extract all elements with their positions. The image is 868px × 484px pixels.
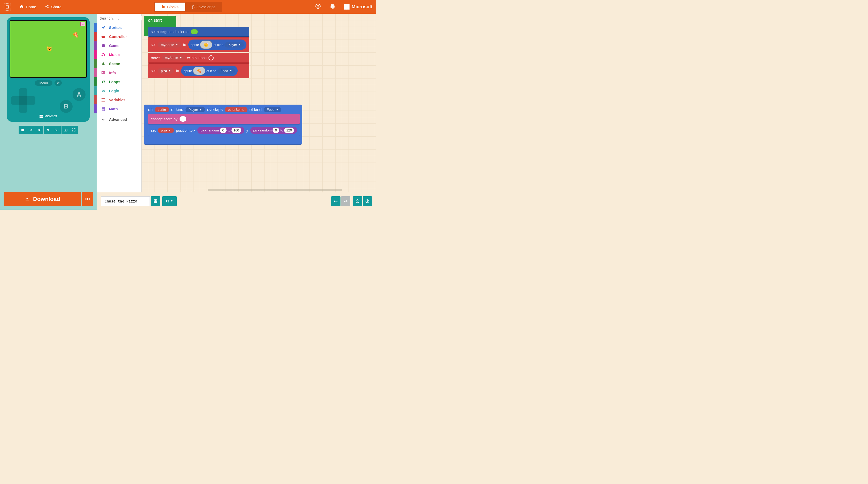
param-sprite[interactable]: sprite — [155, 107, 169, 112]
score-value[interactable]: 1 — [180, 116, 186, 122]
set-piza-block[interactable]: set piza▼ to sprite 🍕 of kind Food▼ — [148, 63, 249, 78]
help-icon[interactable] — [315, 3, 321, 10]
svg-rect-31 — [154, 201, 157, 203]
home-icon — [20, 4, 24, 9]
pick-random-x[interactable]: pick random 0 to 160 — [197, 127, 244, 134]
braces-icon: {} — [192, 5, 194, 9]
category-music[interactable]: Music — [97, 50, 141, 59]
app-logo[interactable] — [4, 3, 11, 10]
download-button[interactable]: Download — [4, 192, 82, 206]
category-variables[interactable]: Variables — [97, 95, 141, 104]
list-icon — [101, 98, 105, 101]
param-othersprite[interactable]: otherSprite — [225, 107, 247, 112]
editor-tabs: Blocks {} JavaScript — [154, 2, 222, 12]
workspace-scrollbar[interactable] — [208, 189, 342, 191]
mute-icon[interactable] — [44, 128, 53, 131]
simulator-controls — [4, 126, 93, 134]
set-mysprite-block[interactable]: set mySprite▼ to sprite 🐱 of kind Player… — [148, 37, 249, 52]
svg-point-17 — [102, 72, 103, 73]
category-controller[interactable]: Controller — [97, 32, 141, 41]
sprite-image-pizza[interactable]: 🍕 — [193, 67, 206, 75]
device-brand: Microsoft — [9, 113, 87, 119]
category-loops[interactable]: Loops — [97, 77, 141, 86]
category-game[interactable]: Game — [97, 41, 141, 50]
toolbox: Sprites Controller Game Music Scene Info… — [97, 14, 142, 192]
dpad[interactable] — [11, 88, 35, 112]
category-advanced[interactable]: Advanced — [97, 115, 141, 124]
stop-icon[interactable] — [19, 129, 27, 131]
project-name-input[interactable] — [101, 196, 150, 206]
redo-button[interactable] — [341, 196, 350, 206]
var-mysprite[interactable]: mySprite▼ — [158, 42, 181, 47]
fullscreen-icon[interactable] — [70, 128, 78, 131]
zoom-out-button[interactable] — [353, 196, 362, 206]
rand-y-lo[interactable]: 0 — [273, 128, 279, 133]
move-with-buttons-block[interactable]: move mySprite▼ with buttons + — [148, 53, 249, 63]
search-input[interactable] — [100, 16, 146, 21]
kind-food[interactable]: Food▼ — [217, 68, 235, 74]
svg-point-13 — [102, 44, 105, 47]
a-button[interactable]: A — [72, 88, 86, 101]
debug-icon[interactable] — [35, 128, 43, 131]
svg-rect-14 — [102, 55, 102, 56]
pick-random-y[interactable]: pick random 0 to 120 — [250, 127, 297, 134]
color-picker[interactable] — [191, 29, 198, 34]
svg-rect-18 — [103, 72, 104, 72]
kind-player-2[interactable]: Player▼ — [185, 107, 205, 112]
sim-control-group-2 — [44, 126, 61, 134]
tab-blocks[interactable]: Blocks — [155, 3, 185, 11]
microsoft-logo[interactable]: Microsoft — [344, 4, 373, 10]
game-screen[interactable]: 1 🍕 🐱 — [10, 21, 86, 77]
svg-point-10 — [65, 130, 66, 131]
svg-rect-22 — [101, 101, 105, 101]
menu-button[interactable]: Menu — [35, 80, 53, 86]
sprite-create[interactable]: sprite 🐱 of kind Player▼ — [188, 39, 247, 50]
topbar-right: Microsoft — [315, 3, 373, 10]
restart-button[interactable] — [55, 80, 62, 86]
on-overlap-block[interactable]: on sprite of kind Player▼ overlaps other… — [144, 105, 302, 144]
save-button[interactable] — [151, 196, 160, 206]
set-position-block[interactable]: set piza▼ position to x pick random 0 to… — [148, 125, 300, 136]
change-score-block[interactable]: change score by 1 — [148, 114, 300, 124]
gear-icon[interactable] — [330, 3, 335, 10]
set-bg-color-block[interactable]: set background color to — [148, 27, 249, 37]
undo-button[interactable] — [331, 196, 340, 206]
calculator-icon — [101, 107, 105, 111]
circle-icon — [101, 44, 105, 47]
expand-block-icon[interactable]: + — [209, 55, 214, 60]
category-logic[interactable]: Logic — [97, 86, 141, 95]
category-info[interactable]: Info — [97, 68, 141, 77]
var-mysprite-2[interactable]: mySprite▼ — [162, 55, 185, 60]
rand-y-hi[interactable]: 120 — [284, 128, 294, 133]
screenshot-icon[interactable] — [61, 129, 70, 131]
category-scene[interactable]: Scene — [97, 59, 141, 68]
b-button[interactable]: B — [60, 100, 72, 113]
zoom-in-button[interactable] — [363, 196, 372, 206]
var-piza[interactable]: piza▼ — [158, 68, 174, 74]
category-sprites[interactable]: Sprites — [97, 23, 141, 32]
svg-rect-12 — [101, 36, 105, 38]
restart-icon[interactable] — [27, 128, 35, 131]
tab-javascript[interactable]: {} JavaScript — [185, 3, 221, 11]
rand-x-hi[interactable]: 160 — [231, 128, 241, 133]
sprite-image-player[interactable]: 🐱 — [200, 40, 212, 49]
svg-rect-8 — [55, 129, 58, 131]
home-link[interactable]: Home — [20, 4, 36, 9]
svg-rect-6 — [22, 129, 24, 131]
svg-point-25 — [102, 109, 103, 109]
kind-player[interactable]: Player▼ — [224, 42, 244, 47]
github-button[interactable] — [162, 196, 177, 206]
sprite-create-2[interactable]: sprite 🍕 of kind Food▼ — [181, 66, 238, 76]
share-icon — [45, 4, 49, 9]
share-link[interactable]: Share — [45, 4, 61, 9]
rand-x-lo[interactable]: 0 — [220, 128, 226, 133]
var-piza-2[interactable]: piza▼ — [158, 128, 174, 133]
download-more-button[interactable]: ••• — [82, 192, 93, 206]
toolbox-search[interactable] — [97, 14, 141, 23]
kind-food-2[interactable]: Food▼ — [264, 107, 282, 112]
tab-blocks-label: Blocks — [167, 5, 179, 9]
on-start-block[interactable]: on start set background color to set myS… — [144, 16, 176, 36]
category-math[interactable]: Math — [97, 104, 141, 114]
blocks-workspace[interactable]: on start set background color to set myS… — [142, 14, 376, 192]
keyboard-icon[interactable] — [53, 129, 61, 131]
